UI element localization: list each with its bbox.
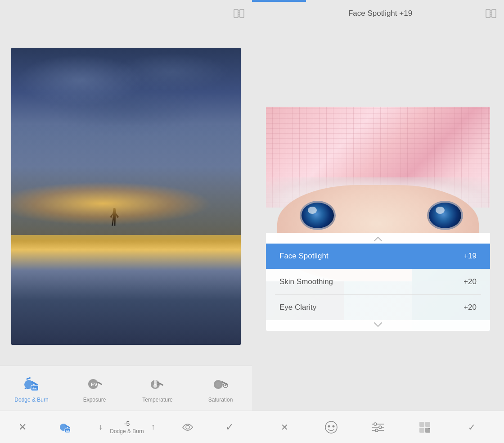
close-button-right[interactable]: ✕ (274, 417, 294, 437)
tool-temperature[interactable]: Temperature (140, 374, 176, 403)
svg-point-29 (328, 425, 330, 427)
svg-point-17 (216, 382, 221, 387)
svg-point-34 (374, 423, 377, 425)
adjust-value-display: -5 Dodge & Burn (110, 420, 144, 434)
left-top-bar (0, 0, 252, 27)
adjustment-row-eye-clarity[interactable]: Eye Clarity +20 (266, 295, 490, 320)
adjustment-overlay: Face Spotlight +19 Skin Smoothing +20 Ey… (266, 233, 490, 331)
sliders-button[interactable] (368, 417, 388, 437)
scroll-up-arrow[interactable] (266, 233, 490, 244)
svg-rect-6 (31, 385, 38, 391)
temperature-icon (148, 374, 167, 394)
arrow-down-button[interactable]: ↓ (99, 422, 103, 432)
svg-rect-39 (419, 428, 424, 433)
left-image-area (0, 27, 252, 366)
svg-rect-38 (425, 422, 430, 427)
tool-saturation[interactable]: Saturation (202, 374, 238, 403)
progress-bar (252, 0, 306, 2)
check-button-right[interactable]: ✓ (462, 417, 482, 437)
tool-label-dodge-burn: Dodge & Burn (14, 397, 48, 403)
adj-value-face-spotlight: +19 (464, 252, 477, 261)
svg-point-36 (375, 429, 378, 432)
adj-value-skin-smoothing: +20 (464, 277, 477, 286)
scroll-down-arrow[interactable] (266, 320, 490, 331)
dodge-burn-icon (22, 374, 41, 394)
tool-dodge-burn[interactable]: Dodge & Burn (14, 374, 50, 403)
adj-name-face-spotlight: Face Spotlight (279, 252, 328, 261)
check-button-left[interactable]: ✓ (220, 418, 238, 436)
right-action-bar: ✕ (252, 411, 504, 443)
split-view-icon-right[interactable] (485, 8, 497, 19)
left-panel: Dodge & Burn EV Exposure (0, 0, 252, 443)
face-button[interactable] (321, 417, 341, 437)
eye-highlight-left (308, 207, 317, 214)
adjust-label: Dodge & Burn (110, 428, 144, 434)
exposure-icon: EV (85, 374, 104, 394)
close-button-left[interactable]: ✕ (14, 418, 32, 436)
svg-rect-1 (240, 9, 244, 18)
right-eye (427, 201, 463, 230)
svg-rect-0 (234, 9, 238, 18)
left-eye (300, 201, 336, 230)
active-tool-icon (55, 417, 75, 437)
right-image-area: Face Spotlight +19 Skin Smoothing +20 Ey… (252, 27, 504, 411)
right-top-bar: Face Spotlight +19 (252, 0, 504, 27)
svg-rect-25 (486, 9, 490, 18)
water-reflection (11, 125, 241, 235)
filter-button[interactable] (415, 417, 435, 437)
arrow-up-button[interactable]: ↑ (151, 422, 155, 432)
svg-rect-23 (65, 428, 70, 433)
svg-point-35 (379, 426, 382, 429)
filter-title: Face Spotlight +19 (275, 9, 485, 18)
right-photo: Face Spotlight +19 Skin Smoothing +20 Ey… (266, 107, 490, 331)
svg-rect-37 (419, 422, 424, 427)
svg-point-24 (186, 425, 189, 429)
adjustment-row-skin-smoothing[interactable]: Skin Smoothing +20 (266, 269, 490, 294)
center-controls: ↓ -5 Dodge & Burn ↑ (99, 420, 155, 434)
progress-bar-container (252, 0, 504, 2)
tool-exposure[interactable]: EV Exposure (76, 374, 112, 403)
adj-name-eye-clarity: Eye Clarity (279, 303, 316, 312)
eye-preview-button[interactable] (179, 418, 197, 436)
adjust-number: -5 (124, 420, 130, 427)
eye-highlight-right (436, 207, 445, 214)
tool-label-exposure: Exposure (83, 397, 106, 403)
saturation-icon (211, 374, 230, 394)
tool-label-saturation: Saturation (208, 397, 233, 403)
svg-point-12 (153, 384, 157, 388)
svg-rect-26 (492, 9, 496, 18)
svg-point-20 (225, 384, 226, 386)
svg-point-30 (333, 425, 335, 427)
adj-name-skin-smoothing: Skin Smoothing (279, 277, 333, 286)
adj-value-eye-clarity: +20 (464, 303, 477, 312)
svg-point-28 (325, 421, 337, 433)
person-silhouette (110, 208, 119, 226)
right-panel: Face Spotlight +19 (252, 0, 504, 443)
tool-label-temperature: Temperature (142, 397, 172, 403)
split-view-icon-left[interactable] (233, 8, 245, 19)
left-photo (11, 48, 241, 345)
left-toolbar: Dodge & Burn EV Exposure (0, 366, 252, 411)
svg-rect-5 (26, 377, 31, 380)
left-action-bar: ✕ ↓ -5 Dodge & Burn ↑ ✓ (0, 411, 252, 443)
svg-text:EV: EV (91, 382, 98, 387)
adjustment-row-face-spotlight[interactable]: Face Spotlight +19 (266, 244, 490, 269)
